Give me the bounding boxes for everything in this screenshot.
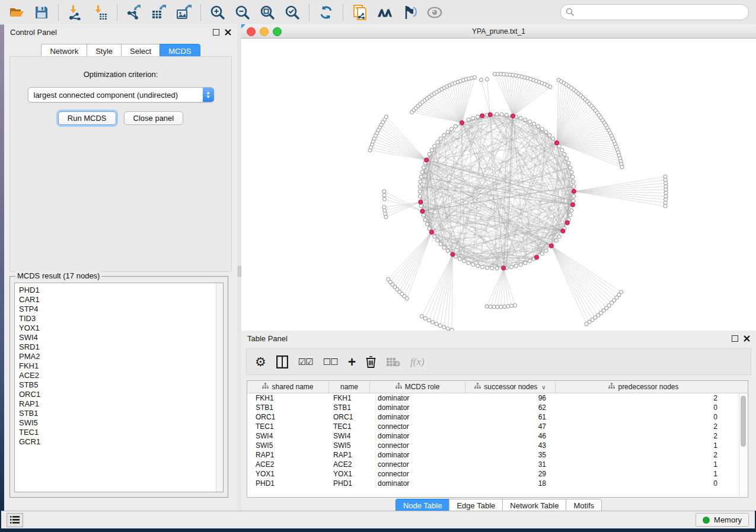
mcds-result-item[interactable]: STP4 [19, 305, 223, 314]
network-graph[interactable] [241, 39, 756, 331]
network-view-window: YPA_prune.txt_1 [241, 24, 756, 331]
show-all-icon[interactable] [426, 4, 443, 21]
table-cell: 35 [465, 451, 556, 459]
table-row[interactable]: ORC1ORC1dominator610 [247, 412, 739, 422]
table-scrollbar[interactable] [739, 393, 748, 497]
import-network-icon[interactable] [67, 4, 84, 21]
delete-column-icon[interactable] [366, 354, 376, 370]
window-maximize-icon[interactable] [273, 27, 282, 36]
export-network-icon[interactable] [126, 4, 142, 21]
column-header-shared-name[interactable]: shared name [247, 381, 329, 393]
status-bar: Memory [1, 511, 755, 528]
table-cell: YOX1 [329, 470, 370, 478]
float-panel-icon[interactable] [213, 29, 219, 36]
column-header-mcds-role[interactable]: MCDS role [370, 381, 465, 393]
table-row[interactable]: YOX1YOX1connector291 [247, 469, 739, 479]
table-cell: 1 [556, 460, 732, 469]
table-settings-gear-icon[interactable]: ⚙ [255, 354, 266, 370]
table-row[interactable]: ACE2ACE2connector311 [247, 460, 739, 469]
column-header-label: shared name [272, 383, 313, 391]
task-console-button[interactable] [7, 513, 23, 527]
network-canvas[interactable] [241, 39, 756, 331]
table-row[interactable]: STB1STB1dominator620 [247, 403, 739, 412]
clone-network-icon[interactable] [352, 4, 368, 21]
mcds-result-item[interactable]: ACE2 [19, 371, 223, 380]
zoom-fit-icon[interactable] [259, 4, 276, 21]
function-builder-icon: f(x) [410, 354, 425, 370]
zoom-out-icon[interactable] [234, 4, 251, 21]
window-close-icon[interactable] [247, 27, 256, 36]
show-columns-icon[interactable] [276, 354, 288, 370]
table-cell: FKH1 [329, 394, 370, 402]
mcds-result-item[interactable]: STB1 [19, 409, 223, 418]
deselect-all-columns-icon[interactable]: ☐☐ [323, 354, 338, 370]
column-header-name[interactable]: name [329, 381, 370, 393]
shared-column-icon [262, 383, 269, 391]
network-titlebar[interactable]: YPA_prune.txt_1 [241, 24, 756, 39]
table-cell: YOX1 [247, 470, 329, 478]
table-toolbar: ⚙ ☑☑ ☐☐ + f(x) [246, 348, 751, 375]
mcds-result-item[interactable]: TID3 [19, 314, 223, 323]
table-cell: 0 [556, 403, 732, 412]
optimization-criterion-select[interactable]: largest connected component (undirected)… [28, 87, 214, 102]
mcds-result-item[interactable]: ORC1 [19, 390, 223, 399]
table-cell: TEC1 [247, 422, 329, 431]
table-row[interactable]: FKH1FKH1dominator962 [247, 393, 739, 403]
zoom-in-icon[interactable] [209, 4, 226, 21]
search-input[interactable] [575, 8, 744, 17]
sort-descending-icon[interactable]: ∨ [541, 384, 546, 390]
node-table-body: FKH1FKH1dominator962STB1STB1dominator620… [247, 393, 739, 497]
column-header-label: predecessor nodes [618, 383, 678, 391]
close-panel-icon[interactable] [225, 29, 231, 36]
memory-button[interactable]: Memory [696, 513, 749, 527]
export-table-icon[interactable] [151, 4, 167, 21]
import-table-icon[interactable] [92, 4, 109, 21]
mcds-result-item[interactable]: SWI4 [19, 333, 223, 342]
mcds-result-item[interactable]: TEC1 [19, 428, 223, 437]
float-table-panel-icon[interactable] [732, 335, 738, 342]
mcds-result-item[interactable]: RAP1 [19, 399, 223, 409]
mcds-result-item[interactable]: PHD1 [19, 286, 223, 295]
close-table-panel-icon[interactable] [744, 335, 750, 342]
mcds-result-item[interactable]: FKH1 [19, 361, 223, 371]
table-row[interactable]: PHD1PHD1dominator180 [247, 479, 739, 488]
save-session-icon[interactable] [33, 4, 50, 21]
column-header-predecessor-nodes[interactable]: predecessor nodes [556, 381, 732, 393]
node-table: shared namenameMCDS rolesuccessor nodes∨… [247, 380, 748, 498]
mcds-result-item[interactable]: CAR1 [19, 295, 223, 305]
search-box[interactable] [560, 4, 749, 20]
mcds-result-item[interactable]: STB5 [19, 380, 223, 390]
column-header-successor-nodes[interactable]: successor nodes∨ [465, 381, 556, 393]
optimization-criterion-label: Optimization criterion: [10, 70, 231, 79]
mcds-result-item[interactable]: PMA2 [19, 352, 223, 361]
table-scrollbar-thumb[interactable] [741, 396, 746, 447]
select-all-columns-icon[interactable]: ☑☑ [298, 354, 313, 370]
refresh-icon[interactable] [318, 4, 334, 21]
table-panel: Table Panel ⚙ ☑☑ ☐☐ + f(x) shared namena… [241, 331, 756, 511]
mcds-result-listbox[interactable]: PHD1CAR1STP4TID3YOX1SWI4SRD1PMA2FKH1ACE2… [14, 283, 224, 492]
zoom-selected-icon[interactable] [284, 4, 301, 21]
table-row[interactable]: TEC1TEC1connector472 [247, 422, 739, 431]
run-mcds-button[interactable]: Run MCDS [58, 111, 116, 125]
first-neighbors-icon[interactable] [377, 4, 393, 21]
export-image-icon[interactable] [176, 4, 192, 21]
table-cell: 47 [465, 422, 556, 431]
mcds-result-item[interactable]: SRD1 [19, 342, 223, 352]
window-minimize-icon[interactable] [260, 27, 269, 36]
close-panel-button[interactable]: Close panel [124, 111, 184, 125]
mcds-result-item[interactable]: SWI5 [19, 418, 223, 428]
open-file-icon[interactable] [8, 4, 25, 21]
table-row[interactable]: SWI5SWI5connector431 [247, 441, 739, 450]
table-cell: 2 [556, 432, 732, 440]
table-cell: STB1 [329, 403, 370, 412]
table-row[interactable]: RAP1RAP1dominator352 [247, 450, 739, 460]
table-cell: connector [370, 470, 465, 478]
table-cell: dominator [370, 394, 465, 402]
mcds-result-item[interactable]: GCR1 [19, 437, 223, 447]
mcds-result-item[interactable]: YOX1 [19, 323, 223, 333]
control-panel-titlebar: Control Panel [4, 24, 237, 40]
mcds-list-scrollbar[interactable] [216, 283, 223, 492]
hide-selected-icon[interactable] [401, 4, 418, 21]
create-column-icon[interactable]: + [348, 354, 356, 370]
table-row[interactable]: SWI4SWI4dominator462 [247, 431, 739, 441]
